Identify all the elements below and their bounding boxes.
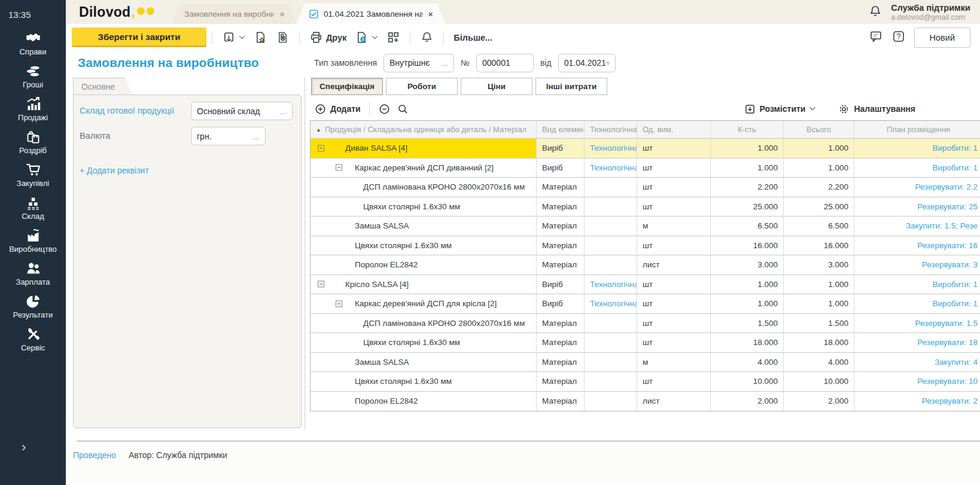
chat-icon[interactable] [869,29,883,46]
more-button[interactable]: Більше... [449,33,497,42]
tech-link[interactable]: Технологічна [585,275,637,294]
plan-link[interactable]: Виробити: 1 [854,294,980,313]
table-row[interactable]: Поролон EL2842 Матеріал лист 2.000 2.000… [311,392,980,411]
table-row[interactable]: ДСП ламінована КРОНО 2800х2070х16 мм Мат… [311,314,980,334]
sidebar-item-sklad[interactable]: Склад [0,191,66,224]
order-date-field[interactable]: 01.04.2021 [558,54,616,72]
qty-cell[interactable]: 25.000 [711,197,784,216]
qty-cell[interactable]: 3.000 [711,255,784,274]
column-header-unit[interactable]: Од. вим. [637,121,711,138]
sidebar-collapse-chevron[interactable]: › [22,441,26,454]
table-row[interactable]: Каркас дерев'яний ДСП для крісла [2] Вир… [311,294,980,314]
save-close-button[interactable]: Зберегти і закрити [72,28,206,47]
product-cell[interactable]: Каркас дерев'яний ДСП диванний [2] [311,158,537,178]
lookup-dots-icon[interactable]: ... [436,58,448,68]
collapse-icon[interactable] [318,145,324,151]
plan-link[interactable]: Виробити: 1 [854,139,980,158]
lookup-dots-icon[interactable]: ... [248,132,260,141]
new-button[interactable]: Новий [914,28,970,48]
sidebar-item-hroshi[interactable]: Гроші [0,60,66,93]
plan-link[interactable]: Резервувати: 25 [854,197,980,216]
column-header-product[interactable]: ▲Продукція / Складальна одиниця або дета… [311,121,537,138]
plan-link[interactable]: Резервувати: 2.2 [854,178,980,197]
product-cell[interactable]: Поролон EL2842 [311,255,537,274]
qty-cell[interactable]: 10.000 [711,372,784,391]
sidebar-item-rozdrib[interactable]: Роздріб [0,126,66,158]
sidebar-item-prodazhi[interactable]: Продажі [0,93,66,126]
close-icon[interactable]: × [428,9,433,19]
qty-cell[interactable]: 2.200 [711,178,784,197]
order-type-field[interactable]: Внутрішнє ... [384,54,454,72]
column-header-tech[interactable]: Технологічна [585,121,637,138]
close-icon[interactable]: × [279,9,285,19]
collapse-icon[interactable] [318,281,324,288]
table-row[interactable]: Замша SALSA Матеріал м 6.500 6.500 Закуп… [311,216,980,236]
table-row[interactable]: Цвяхи столярні 1.6х30 мм Матеріал шт 25.… [311,197,980,217]
add-widget-button[interactable] [382,30,404,44]
qty-cell[interactable]: 6.500 [711,216,784,236]
table-row[interactable]: Цвяхи столярні 1.6х30 мм Матеріал шт 10.… [311,372,980,392]
qty-cell[interactable]: 1.000 [711,139,784,158]
column-header-total[interactable]: Всього [784,121,854,138]
table-row[interactable]: Каркас дерев'яний ДСП диванний [2] Виріб… [311,158,980,178]
product-cell[interactable]: ДСП ламінована КРОНО 2800х2070х16 мм [311,178,537,197]
sidebar-item-zakupivli[interactable]: Закупівлі [0,158,66,191]
sidebar-item-spravy[interactable]: Справи [0,27,66,60]
product-cell[interactable]: Каркас дерев'яний ДСП для крісла [2] [311,294,537,313]
product-cell[interactable]: ДСП ламінована КРОНО 2800х2070х16 мм [311,314,537,333]
tab-osnovne[interactable]: Основне [73,78,133,95]
plan-link[interactable]: Резервувати: 2 [854,392,980,411]
panel-splitter[interactable] [305,78,305,429]
product-cell[interactable]: Замша SALSA [311,216,537,236]
qty-cell[interactable]: 4.000 [711,353,784,372]
qty-cell[interactable]: 2.000 [711,392,784,411]
sidebar-item-vyrobnytstvo[interactable]: Виробництво [0,224,66,257]
user-block[interactable]: Служба підтримки a.delovod@gmail.com [868,3,970,22]
qty-cell[interactable]: 1.000 [711,158,784,178]
table-row[interactable]: Поролон EL2842 Матеріал лист 3.000 3.000… [311,255,980,275]
column-header-plan[interactable]: План розміщення [854,121,980,138]
tab-inshi-vytraty[interactable]: Інші витрати [535,78,607,95]
tab-tsiny[interactable]: Ціни [461,78,532,95]
product-cell[interactable]: Диван SALSA [4] [311,139,537,158]
tech-link[interactable]: Технологічна [585,139,637,158]
plan-link[interactable]: Закупити: 1.5; Резе [854,216,980,236]
tech-link[interactable]: Технологічна [585,294,637,313]
qty-cell[interactable]: 1.000 [711,294,784,313]
column-header-kind[interactable]: Вид елемента [537,121,585,138]
plan-link[interactable]: Резервувати: 16 [854,236,980,255]
product-cell[interactable]: Поролон EL2842 [311,392,537,411]
reminder-bell-button[interactable] [416,30,438,44]
table-row[interactable]: Крісло SALSA [4] Виріб Технологічна шт 1… [311,275,980,295]
currency-field[interactable]: грн. ... [191,127,266,145]
product-cell[interactable]: Цвяхи столярні 1.6х30 мм [311,333,537,352]
collapse-icon[interactable] [336,300,342,307]
posted-status-link[interactable]: Проведено [73,450,116,460]
qty-cell[interactable]: 1.500 [711,314,784,333]
settings-button[interactable]: Налаштування [835,103,918,115]
sidebar-item-rezultaty[interactable]: Результати [0,290,66,323]
favorite-document-button[interactable] [249,30,272,44]
warehouse-field[interactable]: Основний склад ... [191,102,293,120]
qty-cell[interactable]: 1.000 [711,275,784,294]
add-row-button[interactable]: Додати [311,103,364,115]
plan-link[interactable]: Резервувати: 3 [854,255,980,274]
sidebar-item-zarplata[interactable]: Зарплата [0,257,66,290]
remove-row-button[interactable] [375,103,394,115]
warehouse-label[interactable]: Склад готової продукції [80,106,174,115]
table-row[interactable]: Цвяхи столярні 1.6х30 мм Матеріал шт 16.… [311,236,980,256]
table-row[interactable]: Диван SALSA [4] Виріб Технологічна шт 1.… [311,139,980,158]
product-cell[interactable]: Крісло SALSA [4] [311,275,537,294]
order-number-field[interactable]: 000001 [476,54,534,72]
tab-roboty[interactable]: Роботи [386,78,458,95]
tab-spetsyfikatsiia[interactable]: Специфікація [311,78,383,95]
qty-cell[interactable]: 16.000 [711,236,784,255]
table-row[interactable]: Замша SALSA Матеріал м 4.000 4.000 Закуп… [311,353,980,373]
save-button[interactable] [218,30,249,44]
print-button[interactable]: Друк [305,30,351,44]
product-cell[interactable]: Замша SALSA [311,353,537,372]
help-icon[interactable]: ? [891,29,906,46]
add-attribute-link[interactable]: + Додати реквізит [80,166,149,175]
plan-link[interactable]: Резервувати: 10 [854,372,980,391]
calendar-icon[interactable] [606,59,610,68]
